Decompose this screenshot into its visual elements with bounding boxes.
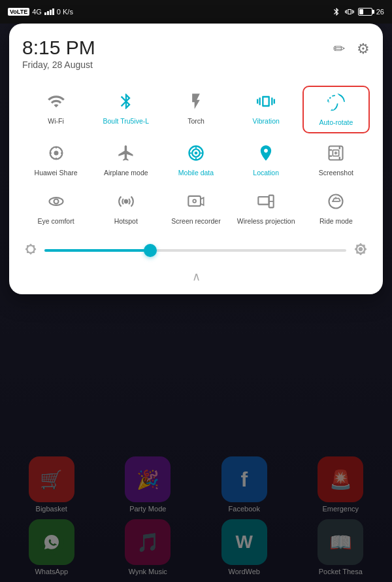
time-block: 8:15 PM Friday, 28 August xyxy=(22,37,95,70)
eyecomfort-icon xyxy=(47,192,65,213)
airplane-icon xyxy=(117,144,135,165)
quick-settings-panel: 8:15 PM Friday, 28 August ✏ ⚙ Wi-Fi B xyxy=(9,24,383,294)
tile-wirelessprojection-label: Wireless projection xyxy=(237,217,295,226)
autorotate-icon xyxy=(327,94,345,114)
volte-badge: VoLTE xyxy=(8,8,29,16)
collapse-arrow-icon[interactable]: ∧ xyxy=(192,269,201,284)
brightness-row xyxy=(22,243,370,259)
vibrate-status-icon xyxy=(345,7,354,16)
svg-rect-15 xyxy=(259,197,269,205)
tile-screenshot[interactable]: Screenshot xyxy=(302,137,370,182)
tile-eyecomfort-label: Eye comfort xyxy=(38,217,74,226)
screenrecorder-icon xyxy=(187,192,205,213)
brightness-thumb[interactable] xyxy=(144,244,157,257)
settings-icon[interactable]: ⚙ xyxy=(357,41,370,58)
quick-tiles-grid: Wi-Fi Boult Tru5ive-L Torch xyxy=(22,86,370,231)
torch-icon xyxy=(187,92,205,113)
svg-point-12 xyxy=(124,200,127,203)
tile-screenrecorder[interactable]: Screen recorder xyxy=(162,186,229,231)
collapse-row[interactable]: ∧ xyxy=(22,267,370,284)
wifi-icon xyxy=(47,92,65,113)
brightness-min-icon xyxy=(25,243,37,258)
brightness-max-icon xyxy=(354,243,367,259)
wirelessprojection-icon xyxy=(257,192,275,213)
bluetooth-tile-icon xyxy=(117,92,135,113)
hotspot-icon xyxy=(117,192,135,213)
tile-location[interactable]: Location xyxy=(233,137,300,182)
tile-autorotate[interactable]: Auto-rotate xyxy=(302,86,370,133)
screenshot-icon xyxy=(327,144,345,165)
mobiledata-icon xyxy=(187,144,205,165)
status-left: VoLTE 4G 0 K/s xyxy=(8,8,73,16)
svg-rect-13 xyxy=(188,196,201,206)
tile-airplane-label: Airplane mode xyxy=(104,169,148,177)
status-right: 26 xyxy=(332,7,384,16)
huaweishare-icon xyxy=(47,144,65,165)
tile-eyecomfort[interactable]: Eye comfort xyxy=(22,186,90,231)
panel-header: 8:15 PM Friday, 28 August ✏ ⚙ xyxy=(22,37,370,70)
tile-vibration-label: Vibration xyxy=(253,117,280,126)
tile-huaweishare-label: Huawei Share xyxy=(35,169,78,177)
tile-wirelessprojection[interactable]: Wireless projection xyxy=(233,186,300,231)
battery-icon xyxy=(358,8,372,16)
tile-mobiledata-label: Mobile data xyxy=(178,169,214,177)
tile-wifi[interactable]: Wi-Fi xyxy=(22,86,90,133)
edit-icon[interactable]: ✏ xyxy=(333,41,345,58)
tile-torch[interactable]: Torch xyxy=(162,86,229,133)
tile-wifi-label: Wi-Fi xyxy=(48,117,64,126)
4g-indicator: 4G xyxy=(32,8,42,16)
svg-point-2 xyxy=(54,150,58,155)
tile-screenrecorder-label: Screen recorder xyxy=(171,217,220,226)
tile-bluetooth[interactable]: Boult Tru5ive-L xyxy=(92,86,159,133)
tile-huaweishare[interactable]: Huawei Share xyxy=(22,137,90,182)
tile-screenshot-label: Screenshot xyxy=(319,169,353,177)
tile-hotspot[interactable]: Hotspot xyxy=(92,186,159,231)
bluetooth-status-icon xyxy=(332,7,341,16)
tile-mobiledata[interactable]: Mobile data xyxy=(162,137,229,182)
tile-ridemode[interactable]: Ride mode xyxy=(302,186,370,231)
header-icons: ✏ ⚙ xyxy=(333,41,370,58)
ridemode-icon xyxy=(327,192,345,213)
svg-point-11 xyxy=(54,199,58,204)
svg-point-5 xyxy=(195,151,198,154)
tile-autorotate-label: Auto-rotate xyxy=(319,118,353,127)
svg-point-14 xyxy=(193,199,196,203)
tile-ridemode-label: Ride mode xyxy=(319,217,353,226)
tile-torch-label: Torch xyxy=(188,117,204,126)
status-bar: VoLTE 4G 0 K/s 26 xyxy=(0,0,392,24)
tile-airplane[interactable]: Airplane mode xyxy=(92,137,159,182)
date-display: Friday, 28 August xyxy=(22,60,95,70)
tile-vibration[interactable]: Vibration xyxy=(233,86,300,133)
vibration-icon xyxy=(257,92,275,113)
brightness-fill xyxy=(44,249,150,252)
brightness-slider-track[interactable] xyxy=(44,249,346,252)
time-display: 8:15 PM xyxy=(22,37,95,58)
signal-bars xyxy=(44,9,54,15)
tile-bluetooth-label: Boult Tru5ive-L xyxy=(103,117,149,126)
location-icon xyxy=(257,144,275,165)
tile-hotspot-label: Hotspot xyxy=(114,217,138,226)
battery-percent: 26 xyxy=(376,8,384,16)
tile-location-label: Location xyxy=(253,169,279,177)
data-speed: 0 K/s xyxy=(57,8,73,16)
